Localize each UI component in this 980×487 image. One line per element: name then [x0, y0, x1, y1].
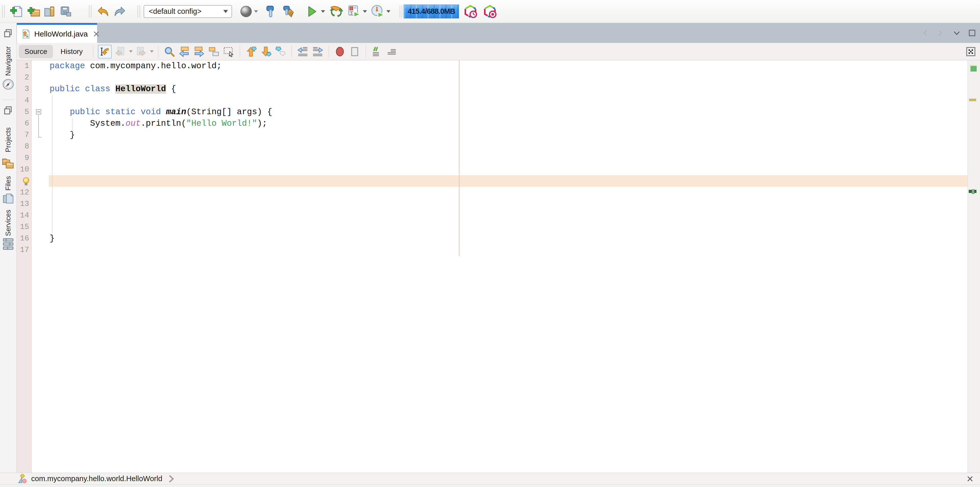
sidebar-item-files[interactable]: Files [0, 175, 16, 192]
editor-line[interactable]: 2 [17, 72, 967, 83]
forward-button[interactable] [135, 45, 148, 58]
editor-line[interactable]: 10 [17, 164, 967, 175]
toolbar-grip[interactable] [137, 6, 140, 18]
breadcrumb-chevron-icon[interactable] [168, 474, 175, 483]
sidebar-item-navigator[interactable]: Navigator [0, 45, 16, 77]
toolbar-grip[interactable] [2, 6, 5, 18]
profile-project-button[interactable]: 3 [347, 4, 361, 19]
comment-button[interactable] [371, 45, 383, 58]
set-main-project-button[interactable] [239, 4, 253, 19]
scroll-tabs-left-icon[interactable] [922, 29, 929, 37]
line-number[interactable]: 7 [17, 129, 32, 141]
line-number[interactable]: 10 [17, 164, 32, 175]
memory-indicator-button[interactable]: 415.4/688.0MB [404, 5, 459, 18]
editor-line[interactable]: 8 [17, 141, 967, 152]
new-project-button[interactable] [26, 4, 41, 19]
shift-line-right-button[interactable] [311, 45, 324, 58]
debug-project-button[interactable] [329, 4, 344, 19]
editor-line[interactable]: 15 [17, 221, 967, 233]
folders-icon[interactable] [2, 157, 14, 170]
chevron-down-icon[interactable] [254, 10, 258, 13]
editor-line[interactable]: 12 [17, 187, 967, 198]
editor-line[interactable]: 5 public static void main(String[] args)… [17, 106, 967, 118]
line-number[interactable]: 5 [17, 106, 32, 118]
sidebar-item-services[interactable]: Services [0, 209, 16, 237]
shift-line-left-button[interactable] [296, 45, 309, 58]
last-edit-position-button[interactable] [98, 45, 112, 59]
error-stripe[interactable] [969, 60, 977, 473]
chevron-down-icon[interactable] [363, 10, 367, 13]
line-number[interactable]: 12 [17, 187, 32, 198]
profiler-gauge-button[interactable] [370, 4, 385, 19]
editor-line[interactable] [17, 175, 967, 187]
hint-mark[interactable] [969, 99, 976, 101]
chevron-down-icon[interactable] [387, 10, 390, 13]
stop-macro-recording-button[interactable] [348, 45, 361, 58]
editor-line[interactable]: 4 [17, 95, 967, 106]
code-editor[interactable]: 1package com.mycompany.hello.world;23pub… [17, 60, 968, 473]
toggle-highlight-search-button[interactable] [207, 45, 220, 58]
next-occurrence-button[interactable] [192, 45, 205, 58]
profile-cube-clock-button[interactable] [463, 4, 478, 19]
save-all-button[interactable] [58, 4, 73, 19]
next-bookmark-button[interactable] [259, 45, 272, 58]
editor-line[interactable]: 1package com.mycompany.hello.world; [17, 60, 967, 72]
find-selection-button[interactable] [163, 45, 176, 58]
previous-bookmark-button[interactable] [245, 45, 257, 58]
caret-position-mark[interactable] [969, 190, 977, 193]
new-file-button[interactable] [9, 4, 24, 19]
line-number[interactable]: 6 [17, 118, 32, 129]
tab-close-icon[interactable] [93, 31, 100, 37]
chevron-down-icon[interactable] [150, 50, 154, 53]
line-number[interactable]: 1 [17, 60, 32, 72]
services-icon[interactable] [2, 238, 14, 250]
compass-icon[interactable] [3, 79, 14, 90]
undo-button[interactable] [95, 4, 110, 19]
previous-occurrence-button[interactable] [178, 45, 191, 58]
tab-helloworld-java[interactable]: HelloWorld.java [17, 23, 97, 43]
line-number[interactable]: 9 [17, 152, 32, 164]
editor-line[interactable]: 14 [17, 210, 967, 221]
line-number[interactable]: 15 [17, 221, 32, 233]
breadcrumb-close-icon[interactable] [966, 475, 974, 483]
maximize-window-icon[interactable] [968, 29, 977, 37]
profile-cube-record-button[interactable] [482, 4, 497, 19]
chevron-down-icon[interactable] [129, 50, 133, 53]
run-project-button[interactable] [304, 4, 319, 19]
restore-window-group-icon[interactable] [3, 29, 12, 38]
editor-line[interactable]: 6 System.out.println("Hello World!"); [17, 118, 967, 129]
files-icon[interactable] [2, 193, 14, 205]
clean-and-build-project-button[interactable] [282, 4, 296, 19]
editor-line[interactable]: 3public class HelloWorld { [17, 83, 967, 95]
line-number[interactable]: 8 [17, 141, 32, 152]
code-fold-collapse-icon[interactable] [36, 109, 41, 115]
breadcrumb-path[interactable]: com.mycompany.hello.world.HelloWorld [31, 474, 162, 483]
editor-line[interactable]: 9 [17, 152, 967, 164]
line-number[interactable]: 4 [17, 95, 32, 106]
toggle-bookmark-button[interactable] [274, 45, 287, 58]
line-number[interactable]: 2 [17, 72, 32, 83]
line-number[interactable]: 17 [17, 244, 32, 256]
chevron-down-icon[interactable] [321, 10, 325, 13]
scroll-tabs-right-icon[interactable] [936, 29, 944, 37]
opened-documents-dropdown-icon[interactable] [952, 29, 961, 37]
line-number[interactable]: 14 [17, 210, 32, 221]
editor-line[interactable]: 17 [17, 244, 967, 256]
line-number[interactable]: 13 [17, 198, 32, 210]
redo-button[interactable] [113, 4, 127, 19]
rectangular-selection-button[interactable] [222, 45, 235, 58]
hint-lightbulb-icon[interactable] [17, 175, 32, 187]
build-project-button[interactable] [263, 4, 278, 19]
history-view-button[interactable]: History [55, 45, 88, 58]
line-number[interactable]: 16 [17, 233, 32, 244]
editor-line[interactable]: 13 [17, 198, 967, 210]
toolbar-grip[interactable] [89, 6, 91, 18]
back-button[interactable] [114, 45, 126, 58]
config-selector[interactable]: <default config> [143, 5, 232, 18]
uncomment-button[interactable] [385, 45, 398, 58]
line-number[interactable]: 3 [17, 83, 32, 95]
restore-window-group-icon[interactable] [3, 106, 12, 115]
start-macro-recording-button[interactable] [334, 45, 346, 58]
editor-line[interactable]: 16} [17, 233, 967, 244]
toolbar-grip[interactable] [400, 6, 402, 18]
